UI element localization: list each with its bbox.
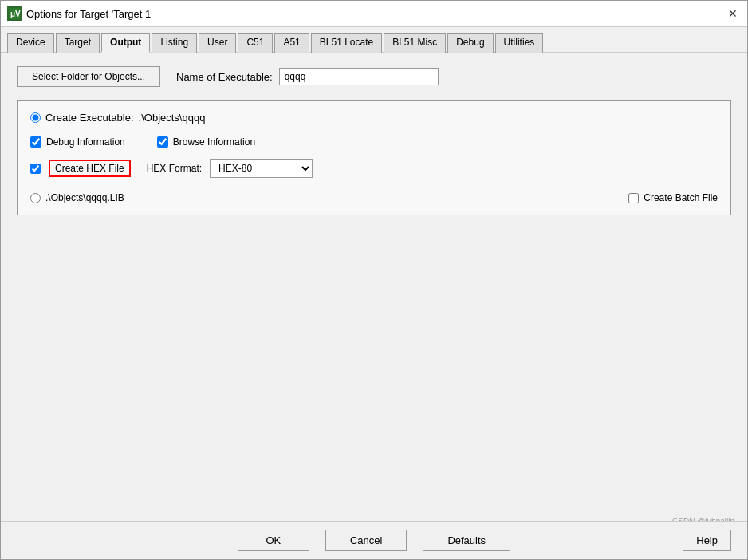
tab-user[interactable]: User [199,33,236,53]
tab-utilities[interactable]: Utilities [495,33,544,53]
app-icon: μV [7,6,22,21]
create-batch-label: Create Batch File [644,192,718,203]
exec-name-input[interactable] [279,68,439,85]
tab-output[interactable]: Output [101,33,150,53]
defaults-button[interactable]: Defaults [423,530,510,551]
tab-target[interactable]: Target [56,33,100,53]
hex-row: Create HEX File HEX Format: HEX-80 HEX-3… [30,159,718,178]
svg-text:μV: μV [10,10,21,18]
create-exec-path: .\Objects\qqqq [139,112,206,124]
create-hex-label[interactable]: Create HEX File [49,160,131,177]
create-hex-checkbox[interactable] [30,164,41,174]
create-exec-radio[interactable] [30,112,41,123]
create-exec-label: Create Executable: [45,112,134,124]
tab-a51[interactable]: A51 [274,33,309,53]
content-area: Select Folder for Objects... Name of Exe… [1,53,747,241]
top-row: Select Folder for Objects... Name of Exe… [17,66,731,87]
browse-info-item: Browse Information [157,136,255,148]
create-batch-checkbox[interactable] [628,193,639,203]
lib-radio[interactable] [30,193,41,203]
checkboxes-row: Debug Information Browse Information [30,136,718,148]
create-exec-row: Create Executable: .\Objects\qqqq [30,112,718,124]
tab-c51[interactable]: C51 [238,33,273,53]
bottom-options-row: .\Objects\qqqq.LIB Create Batch File [30,192,718,203]
select-folder-button[interactable]: Select Folder for Objects... [17,66,160,87]
hex-format-select[interactable]: HEX-80 HEX-386 HEX-EXTENDED [210,159,313,178]
tab-debug[interactable]: Debug [447,33,493,53]
close-button[interactable]: ✕ [725,6,741,22]
tab-bl51-locate[interactable]: BL51 Locate [311,33,382,53]
exec-name-label: Name of Executable: [176,71,273,83]
debug-info-checkbox[interactable] [30,136,41,148]
tab-listing[interactable]: Listing [152,33,197,53]
lib-path: .\Objects\qqqq.LIB [45,192,124,203]
debug-info-item: Debug Information [30,136,125,148]
browse-info-label: Browse Information [173,136,255,148]
title-bar-left: μV Options for Target 'Target 1' [7,6,153,21]
dialog: μV Options for Target 'Target 1' ✕ Devic… [0,0,748,560]
help-button[interactable]: Help [683,530,731,551]
browse-info-checkbox[interactable] [157,136,168,148]
batch-file-row: Create Batch File [628,192,718,203]
hex-format-label: HEX Format: [147,163,202,174]
title-bar: μV Options for Target 'Target 1' ✕ [1,1,747,27]
exec-name-group: Name of Executable: [176,68,439,85]
ok-button[interactable]: OK [238,530,309,551]
tabs-bar: Device Target Output Listing User C51 A5… [1,27,747,53]
lib-radio-row: .\Objects\qqqq.LIB [30,192,124,203]
tab-device[interactable]: Device [7,33,54,53]
options-box: Create Executable: .\Objects\qqqq Debug … [17,100,731,215]
footer: OK Cancel Defaults Help [1,521,747,559]
debug-info-label: Debug Information [46,136,125,148]
cancel-button[interactable]: Cancel [325,530,407,551]
dialog-title: Options for Target 'Target 1' [26,8,153,20]
tab-bl51-misc[interactable]: BL51 Misc [384,33,446,53]
